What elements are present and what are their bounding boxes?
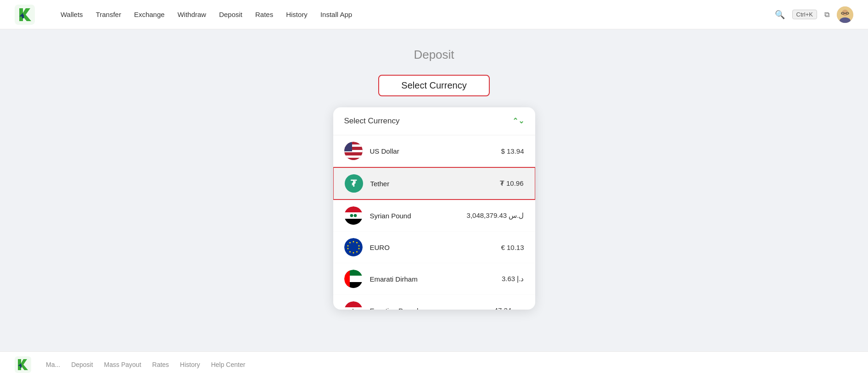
svg-rect-15 — [344, 158, 363, 160]
currency-item-syp[interactable]: Syrian Pound ل.س 3,048,379.43 — [333, 200, 535, 232]
search-icon[interactable]: 🔍 — [775, 10, 785, 20]
currency-item-egp[interactable]: 🦅 Egyptian Pound ج.م 47.24 — [333, 295, 535, 310]
svg-rect-16 — [344, 142, 352, 151]
footer-link-main[interactable]: Ma... — [46, 361, 60, 368]
header-right: 🔍 Ctrl+K ⧉ — [775, 6, 853, 23]
footer-link-history[interactable]: History — [180, 361, 200, 368]
currency-amount-syp: ل.س 3,048,379.43 — [467, 211, 524, 220]
flag-usd — [344, 142, 363, 160]
svg-point-30 — [353, 252, 354, 254]
flag-egp: 🦅 — [344, 301, 363, 310]
svg-rect-14 — [344, 155, 363, 158]
footer-link-rates[interactable]: Rates — [152, 361, 169, 368]
svg-rect-20 — [344, 219, 363, 225]
footer-links: Ma... Deposit Mass Payout Rates History … — [46, 361, 853, 368]
main-content: Deposit Select Currency Select Currency … — [0, 29, 868, 377]
copy-icon[interactable]: ⧉ — [824, 11, 829, 19]
svg-rect-39 — [344, 270, 350, 288]
svg-point-27 — [358, 245, 359, 247]
svg-rect-24 — [344, 238, 363, 256]
svg-point-32 — [347, 248, 348, 249]
currency-name-usdt: Tether — [370, 180, 500, 188]
svg-point-34 — [349, 242, 351, 244]
svg-point-22 — [354, 214, 357, 217]
currency-name-aed: Emarati Dirham — [370, 275, 502, 283]
nav-rates[interactable]: Rates — [255, 11, 273, 18]
svg-rect-41 — [344, 301, 363, 307]
currency-item-eur[interactable]: EURO € 10.13 — [333, 232, 535, 263]
currency-amount-egp: ج.م 47.24 — [494, 306, 524, 310]
nav-wallets[interactable]: Wallets — [61, 11, 83, 18]
flag-aed — [344, 270, 363, 288]
nav-install-app[interactable]: Install App — [320, 11, 352, 18]
svg-point-33 — [347, 245, 348, 247]
footer: Ma... Deposit Mass Payout Rates History … — [0, 351, 868, 377]
svg-point-3 — [842, 10, 848, 16]
currency-dropdown: Select Currency ⌃⌄ — [333, 107, 535, 310]
currency-name-syp: Syrian Pound — [370, 212, 467, 220]
currency-item-usd[interactable]: US Dollar $ 13.94 — [333, 135, 535, 167]
tether-icon: ₮ — [345, 174, 363, 193]
flag-syp — [344, 206, 363, 225]
currency-amount-usdt: ₮ 10.96 — [500, 179, 524, 188]
shortcut-badge: Ctrl+K — [792, 10, 817, 19]
currency-list: US Dollar $ 13.94 ₮ Tether ₮ 10.96 — [333, 135, 535, 310]
svg-point-26 — [356, 242, 358, 244]
currency-amount-usd: $ 13.94 — [501, 147, 524, 155]
footer-link-mass-payout[interactable]: Mass Payout — [104, 361, 141, 368]
svg-point-28 — [358, 248, 359, 249]
dropdown-placeholder: Select Currency — [344, 116, 400, 126]
chevron-icon: ⌃⌄ — [512, 117, 524, 125]
nav-exchange[interactable]: Exchange — [134, 11, 165, 18]
currency-item-aed[interactable]: Emarati Dirham د.إ 3.63 — [333, 263, 535, 295]
currency-amount-eur: € 10.13 — [501, 244, 524, 251]
header: Wallets Transfer Exchange Withdraw Depos… — [0, 0, 868, 29]
currency-name-egp: Egyptian Pound — [370, 307, 494, 310]
svg-point-21 — [350, 214, 353, 217]
flag-eur — [344, 238, 363, 256]
svg-rect-13 — [344, 153, 363, 155]
currency-item-usdt[interactable]: ₮ Tether ₮ 10.96 — [333, 167, 535, 200]
avatar[interactable] — [837, 6, 853, 23]
svg-point-31 — [349, 251, 351, 253]
dropdown-header[interactable]: Select Currency ⌃⌄ — [333, 107, 535, 135]
nav-withdraw[interactable]: Withdraw — [178, 11, 207, 18]
svg-point-25 — [353, 241, 354, 243]
nav-transfer[interactable]: Transfer — [96, 11, 121, 18]
nav-deposit[interactable]: Deposit — [219, 11, 242, 18]
nav-links: Wallets Transfer Exchange Withdraw Depos… — [61, 11, 760, 18]
currency-name-usd: US Dollar — [370, 147, 501, 155]
logo[interactable] — [15, 5, 35, 25]
nav-history[interactable]: History — [286, 11, 308, 18]
footer-link-help[interactable]: Help Center — [211, 361, 246, 368]
page-title: Deposit — [414, 48, 454, 62]
svg-rect-19 — [344, 212, 363, 219]
select-currency-button[interactable]: Select Currency — [378, 75, 489, 96]
svg-point-29 — [356, 251, 358, 253]
footer-logo — [15, 356, 31, 373]
footer-link-deposit[interactable]: Deposit — [71, 361, 93, 368]
currency-amount-aed: د.إ 3.63 — [502, 275, 524, 283]
svg-text:🦅: 🦅 — [352, 308, 358, 310]
currency-name-eur: EURO — [370, 244, 501, 251]
svg-rect-18 — [344, 206, 363, 212]
